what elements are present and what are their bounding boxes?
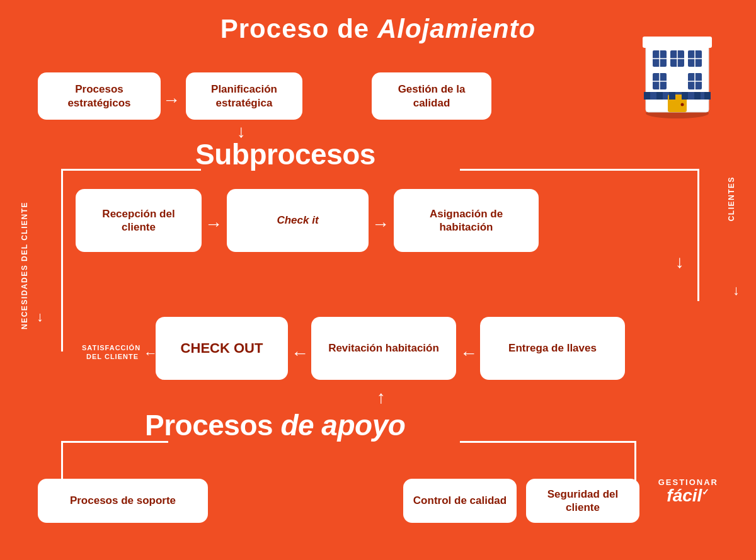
side-label-clientes: CLIENTES [727,176,736,221]
line-sub-top-left [61,169,201,171]
brand-logo: GESTIONAR fácil [658,477,718,505]
box-planificacion: Planificación estratégica [186,72,302,120]
svg-rect-25 [694,92,701,100]
satisfaccion-label: SATISFACCIÓN DEL CLIENTE [82,343,139,362]
svg-rect-24 [682,92,688,100]
box-procesos-estrategicos: Procesos estratégicos [38,72,161,120]
building-illustration [636,24,718,118]
line-sub-top-right [460,169,699,171]
arrow-down-asignacion: ↓ [675,252,684,272]
arrow-up-apoyo: ↑ [377,387,386,408]
arrow-3: → [372,214,389,234]
box-recepcion: Recepción del cliente [76,189,202,252]
box-procesos-soporte: Procesos de soporte [38,479,208,523]
svg-rect-22 [656,92,663,100]
arrow-necesidades: ↓ [37,309,43,325]
line-sub-right [697,169,699,301]
arrow-clientes: ↓ [733,282,740,299]
svg-rect-2 [643,37,712,48]
box-revitacion: Revitación habitación [311,317,456,380]
arrow-1: → [163,90,180,110]
box-gestion-calidad: Gestión de la calidad [372,72,491,120]
svg-rect-21 [644,92,650,100]
box-check-out: CHECK OUT [156,317,288,380]
label-subprocesos: Subprocesos [195,137,375,171]
svg-point-20 [681,103,684,106]
svg-rect-23 [669,92,675,100]
side-label-necesidades: NECESIDADES DEL CLIENTE [20,202,29,329]
arrow-to-revitacion: ← [460,343,478,363]
svg-rect-26 [704,92,711,100]
box-control-calidad: Control de calidad [403,479,517,523]
line-apoyo-left [61,441,168,443]
box-check-it: Check it [227,189,369,252]
line-sub-left [61,169,63,351]
box-entrega: Entrega de llaves [480,317,625,380]
arrow-2: → [205,214,222,234]
box-seguridad: Seguridad del cliente [526,479,639,523]
label-procesos-apoyo: Procesos de apoyo [145,408,405,442]
line-apoyo-right [460,441,636,443]
arrow-to-checkout: ← [291,343,309,363]
box-asignacion: Asignación de habitación [394,189,539,252]
